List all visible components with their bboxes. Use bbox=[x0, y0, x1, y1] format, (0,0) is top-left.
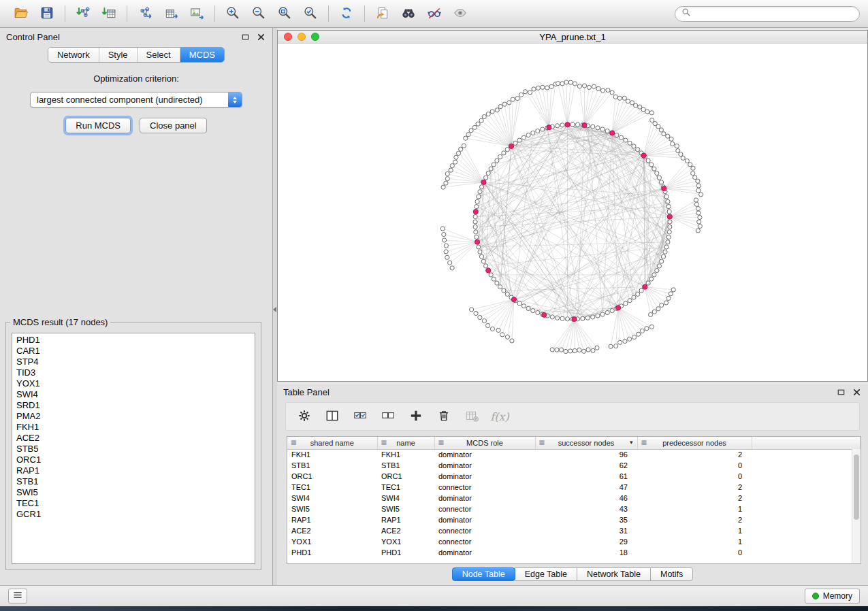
panel-menu-button[interactable] bbox=[8, 589, 27, 604]
table-header-row[interactable]: ▦shared name▦name▦MCDS role▦successor no… bbox=[287, 437, 861, 449]
mcds-result-list[interactable]: PHD1CAR1STP4TID3YOX1SWI4SRD1PMA2FKH1ACE2… bbox=[12, 333, 255, 564]
table-row[interactable]: PHD1PHD1dominator180 bbox=[287, 547, 861, 558]
table-row[interactable]: STB1STB1dominator620 bbox=[287, 460, 861, 471]
mcds-result-item[interactable]: TEC1 bbox=[12, 498, 255, 509]
tab-network[interactable]: Network bbox=[48, 48, 99, 62]
table-row[interactable]: FKH1FKH1dominator962 bbox=[287, 449, 861, 460]
apply-layout-button[interactable] bbox=[334, 3, 359, 24]
export-network-button[interactable] bbox=[132, 3, 158, 24]
table-row[interactable]: SWI5SWI5connector431 bbox=[287, 503, 861, 514]
close-table-panel-button[interactable] bbox=[851, 386, 862, 397]
table-row[interactable]: ORC1ORC1dominator610 bbox=[287, 471, 861, 482]
collapse-arrow-icon[interactable] bbox=[273, 307, 276, 312]
mcds-result-item[interactable]: PMA2 bbox=[12, 411, 255, 422]
zoom-window-button[interactable] bbox=[311, 33, 319, 41]
mcds-result-item[interactable]: RAP1 bbox=[12, 465, 255, 476]
delete-columns-button[interactable] bbox=[432, 406, 455, 427]
tab-motifs[interactable]: Motifs bbox=[650, 567, 693, 581]
minimize-window-button[interactable] bbox=[298, 33, 306, 41]
open-file-button[interactable] bbox=[8, 3, 34, 24]
cell-shared-name: ORC1 bbox=[287, 471, 377, 482]
node-table: ▦shared name▦name▦MCDS role▦successor no… bbox=[287, 436, 861, 564]
unselect-all-columns-button[interactable] bbox=[376, 406, 400, 427]
float-panel-button[interactable] bbox=[240, 31, 251, 42]
network-graph[interactable] bbox=[278, 44, 867, 381]
close-panel-button[interactable]: Close panel bbox=[140, 118, 207, 133]
tab-network-table[interactable]: Network Table bbox=[577, 567, 651, 581]
mcds-result-item[interactable]: ORC1 bbox=[12, 455, 255, 465]
zoom-in-button[interactable] bbox=[220, 3, 246, 24]
mcds-result-item[interactable]: GCR1 bbox=[12, 509, 255, 520]
mcds-result-item[interactable]: SWI5 bbox=[12, 487, 255, 498]
tab-mcds[interactable]: MCDS bbox=[180, 48, 224, 62]
import-table-file-button[interactable] bbox=[96, 3, 122, 24]
table-row[interactable]: YOX1YOX1connector291 bbox=[287, 536, 861, 547]
table-panel-header: Table Panel bbox=[277, 384, 868, 399]
mcds-result-item[interactable]: CAR1 bbox=[12, 346, 255, 357]
zoom-fit-button[interactable] bbox=[272, 3, 298, 24]
show-columns-button[interactable] bbox=[321, 406, 344, 427]
column-header[interactable]: ▦predecessor nodes bbox=[637, 437, 752, 449]
select-all-columns-button[interactable] bbox=[349, 406, 372, 427]
column-header[interactable]: ▦shared name bbox=[287, 437, 377, 449]
mcds-result-item[interactable]: PHD1 bbox=[12, 335, 255, 346]
cell-mcds-role: connector bbox=[434, 482, 535, 493]
table-toolbar: f(x) bbox=[285, 402, 860, 431]
close-control-panel-button[interactable] bbox=[255, 31, 266, 42]
mcds-result-group: MCDS result (17 nodes) PHD1CAR1STP4TID3Y… bbox=[5, 317, 261, 570]
run-mcds-button[interactable]: Run MCDS bbox=[65, 118, 131, 133]
search-box[interactable] bbox=[675, 6, 860, 22]
node-table-grid[interactable]: ▦shared name▦name▦MCDS role▦successor no… bbox=[287, 437, 861, 558]
cell-predecessor-nodes: 2 bbox=[637, 449, 752, 460]
mcds-result-item[interactable]: STP4 bbox=[12, 357, 255, 367]
select-all-columns-icon bbox=[353, 408, 368, 425]
delete-columns-icon bbox=[436, 408, 451, 425]
graphics-details-button[interactable] bbox=[421, 3, 447, 24]
column-type-icon: ▦ bbox=[291, 439, 297, 446]
table-scrollbar[interactable] bbox=[852, 449, 861, 563]
mcds-result-item[interactable]: STB1 bbox=[12, 476, 255, 487]
mcds-result-item[interactable]: YOX1 bbox=[12, 378, 255, 389]
cell-name: ORC1 bbox=[377, 471, 434, 482]
zoom-fit-icon bbox=[277, 5, 292, 22]
save-button[interactable] bbox=[34, 3, 60, 24]
column-header[interactable]: ▦MCDS role bbox=[434, 437, 535, 449]
eye-view-button[interactable] bbox=[447, 3, 473, 24]
network-window-titlebar[interactable]: YPA_prune.txt_1 bbox=[278, 31, 867, 44]
tab-node-table[interactable]: Node Table bbox=[452, 567, 515, 581]
table-row[interactable]: SWI4SWI4dominator462 bbox=[287, 493, 861, 503]
table-row[interactable]: TEC1TEC1connector472 bbox=[287, 482, 861, 493]
mcds-result-item[interactable]: STB5 bbox=[12, 444, 255, 455]
tab-edge-table[interactable]: Edge Table bbox=[515, 567, 577, 581]
tab-select[interactable]: Select bbox=[137, 48, 180, 62]
settings-button[interactable] bbox=[293, 406, 316, 427]
export-image-button[interactable] bbox=[184, 3, 210, 24]
search-input[interactable] bbox=[694, 9, 853, 18]
mcds-result-item[interactable]: SWI4 bbox=[12, 389, 255, 400]
close-window-button[interactable] bbox=[284, 33, 292, 41]
table-row[interactable]: ACE2ACE2connector311 bbox=[287, 525, 861, 536]
cell-shared-name: ACE2 bbox=[287, 525, 377, 536]
table-row[interactable]: RAP1RAP1dominator352 bbox=[287, 514, 861, 525]
binoculars-search-button[interactable] bbox=[396, 3, 421, 24]
toolbar-separator bbox=[364, 5, 365, 22]
float-table-panel-button[interactable] bbox=[835, 386, 846, 397]
export-table-button[interactable] bbox=[158, 3, 184, 24]
optimization-criterion-select[interactable]: largest connected component (undirected) bbox=[30, 92, 242, 108]
mcds-result-item[interactable]: SRD1 bbox=[12, 400, 255, 411]
zoom-selected-button[interactable] bbox=[298, 3, 323, 24]
mcds-result-item[interactable]: TID3 bbox=[12, 367, 255, 378]
column-header[interactable]: ▦successor nodes▾ bbox=[535, 437, 637, 449]
add-column-button[interactable] bbox=[404, 406, 428, 427]
import-network-file-button[interactable] bbox=[70, 3, 96, 24]
memory-status-icon bbox=[812, 593, 819, 599]
table-scrollbar-thumb[interactable] bbox=[854, 455, 859, 520]
network-view[interactable] bbox=[278, 44, 867, 381]
memory-button[interactable]: Memory bbox=[805, 589, 860, 604]
tab-style[interactable]: Style bbox=[99, 48, 137, 62]
mcds-result-item[interactable]: FKH1 bbox=[12, 422, 255, 433]
network-clone-button[interactable] bbox=[370, 3, 396, 24]
mcds-result-item[interactable]: ACE2 bbox=[12, 433, 255, 444]
column-header[interactable]: ▦name bbox=[377, 437, 434, 449]
zoom-out-button[interactable] bbox=[246, 3, 272, 24]
